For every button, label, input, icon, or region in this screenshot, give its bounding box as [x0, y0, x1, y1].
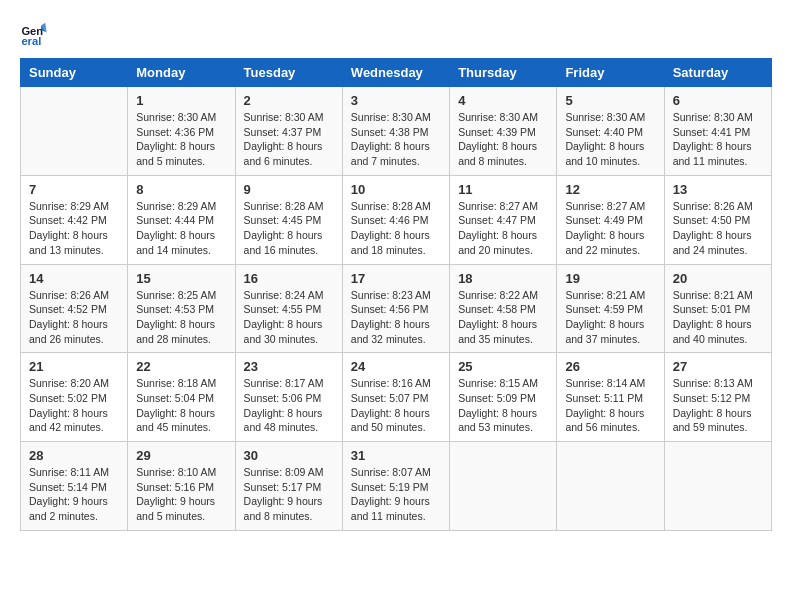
logo-icon: Gen eral [20, 20, 48, 48]
calendar-cell: 9Sunrise: 8:28 AM Sunset: 4:45 PM Daylig… [235, 175, 342, 264]
day-number: 28 [29, 448, 119, 463]
day-number: 11 [458, 182, 548, 197]
calendar-week-2: 7Sunrise: 8:29 AM Sunset: 4:42 PM Daylig… [21, 175, 772, 264]
day-number: 2 [244, 93, 334, 108]
calendar-cell: 22Sunrise: 8:18 AM Sunset: 5:04 PM Dayli… [128, 353, 235, 442]
day-number: 17 [351, 271, 441, 286]
calendar-cell: 20Sunrise: 8:21 AM Sunset: 5:01 PM Dayli… [664, 264, 771, 353]
day-content: Sunrise: 8:18 AM Sunset: 5:04 PM Dayligh… [136, 376, 226, 435]
day-number: 31 [351, 448, 441, 463]
calendar-cell: 11Sunrise: 8:27 AM Sunset: 4:47 PM Dayli… [450, 175, 557, 264]
day-content: Sunrise: 8:28 AM Sunset: 4:45 PM Dayligh… [244, 199, 334, 258]
day-number: 10 [351, 182, 441, 197]
day-content: Sunrise: 8:30 AM Sunset: 4:41 PM Dayligh… [673, 110, 763, 169]
calendar-cell: 15Sunrise: 8:25 AM Sunset: 4:53 PM Dayli… [128, 264, 235, 353]
day-content: Sunrise: 8:14 AM Sunset: 5:11 PM Dayligh… [565, 376, 655, 435]
day-content: Sunrise: 8:23 AM Sunset: 4:56 PM Dayligh… [351, 288, 441, 347]
calendar-cell: 5Sunrise: 8:30 AM Sunset: 4:40 PM Daylig… [557, 87, 664, 176]
calendar-week-4: 21Sunrise: 8:20 AM Sunset: 5:02 PM Dayli… [21, 353, 772, 442]
calendar-cell [557, 442, 664, 531]
header-saturday: Saturday [664, 59, 771, 87]
calendar-cell: 4Sunrise: 8:30 AM Sunset: 4:39 PM Daylig… [450, 87, 557, 176]
day-number: 5 [565, 93, 655, 108]
day-number: 18 [458, 271, 548, 286]
day-content: Sunrise: 8:25 AM Sunset: 4:53 PM Dayligh… [136, 288, 226, 347]
day-content: Sunrise: 8:15 AM Sunset: 5:09 PM Dayligh… [458, 376, 548, 435]
calendar-table: SundayMondayTuesdayWednesdayThursdayFrid… [20, 58, 772, 531]
day-content: Sunrise: 8:29 AM Sunset: 4:42 PM Dayligh… [29, 199, 119, 258]
calendar-cell: 8Sunrise: 8:29 AM Sunset: 4:44 PM Daylig… [128, 175, 235, 264]
calendar-cell: 2Sunrise: 8:30 AM Sunset: 4:37 PM Daylig… [235, 87, 342, 176]
day-content: Sunrise: 8:26 AM Sunset: 4:50 PM Dayligh… [673, 199, 763, 258]
calendar-cell: 19Sunrise: 8:21 AM Sunset: 4:59 PM Dayli… [557, 264, 664, 353]
day-number: 1 [136, 93, 226, 108]
day-content: Sunrise: 8:16 AM Sunset: 5:07 PM Dayligh… [351, 376, 441, 435]
day-content: Sunrise: 8:22 AM Sunset: 4:58 PM Dayligh… [458, 288, 548, 347]
calendar-cell: 26Sunrise: 8:14 AM Sunset: 5:11 PM Dayli… [557, 353, 664, 442]
day-number: 19 [565, 271, 655, 286]
calendar-cell: 10Sunrise: 8:28 AM Sunset: 4:46 PM Dayli… [342, 175, 449, 264]
calendar-cell: 25Sunrise: 8:15 AM Sunset: 5:09 PM Dayli… [450, 353, 557, 442]
calendar-cell: 31Sunrise: 8:07 AM Sunset: 5:19 PM Dayli… [342, 442, 449, 531]
day-number: 21 [29, 359, 119, 374]
day-content: Sunrise: 8:10 AM Sunset: 5:16 PM Dayligh… [136, 465, 226, 524]
day-number: 6 [673, 93, 763, 108]
day-number: 23 [244, 359, 334, 374]
calendar-cell: 21Sunrise: 8:20 AM Sunset: 5:02 PM Dayli… [21, 353, 128, 442]
calendar-cell: 28Sunrise: 8:11 AM Sunset: 5:14 PM Dayli… [21, 442, 128, 531]
day-number: 13 [673, 182, 763, 197]
day-number: 15 [136, 271, 226, 286]
calendar-body: 1Sunrise: 8:30 AM Sunset: 4:36 PM Daylig… [21, 87, 772, 531]
day-number: 20 [673, 271, 763, 286]
day-content: Sunrise: 8:13 AM Sunset: 5:12 PM Dayligh… [673, 376, 763, 435]
day-number: 24 [351, 359, 441, 374]
calendar-cell: 13Sunrise: 8:26 AM Sunset: 4:50 PM Dayli… [664, 175, 771, 264]
calendar-cell: 29Sunrise: 8:10 AM Sunset: 5:16 PM Dayli… [128, 442, 235, 531]
day-content: Sunrise: 8:27 AM Sunset: 4:47 PM Dayligh… [458, 199, 548, 258]
day-content: Sunrise: 8:11 AM Sunset: 5:14 PM Dayligh… [29, 465, 119, 524]
day-number: 25 [458, 359, 548, 374]
calendar-cell [450, 442, 557, 531]
calendar-cell: 18Sunrise: 8:22 AM Sunset: 4:58 PM Dayli… [450, 264, 557, 353]
header-friday: Friday [557, 59, 664, 87]
day-content: Sunrise: 8:30 AM Sunset: 4:36 PM Dayligh… [136, 110, 226, 169]
day-number: 7 [29, 182, 119, 197]
calendar-cell: 12Sunrise: 8:27 AM Sunset: 4:49 PM Dayli… [557, 175, 664, 264]
page-header: Gen eral [20, 20, 772, 48]
header-sunday: Sunday [21, 59, 128, 87]
day-content: Sunrise: 8:21 AM Sunset: 4:59 PM Dayligh… [565, 288, 655, 347]
header-wednesday: Wednesday [342, 59, 449, 87]
day-number: 26 [565, 359, 655, 374]
day-content: Sunrise: 8:26 AM Sunset: 4:52 PM Dayligh… [29, 288, 119, 347]
logo: Gen eral [20, 20, 52, 48]
day-number: 16 [244, 271, 334, 286]
day-content: Sunrise: 8:21 AM Sunset: 5:01 PM Dayligh… [673, 288, 763, 347]
day-content: Sunrise: 8:09 AM Sunset: 5:17 PM Dayligh… [244, 465, 334, 524]
calendar-cell: 3Sunrise: 8:30 AM Sunset: 4:38 PM Daylig… [342, 87, 449, 176]
header-thursday: Thursday [450, 59, 557, 87]
calendar-cell: 14Sunrise: 8:26 AM Sunset: 4:52 PM Dayli… [21, 264, 128, 353]
day-number: 30 [244, 448, 334, 463]
day-number: 22 [136, 359, 226, 374]
calendar-week-5: 28Sunrise: 8:11 AM Sunset: 5:14 PM Dayli… [21, 442, 772, 531]
day-content: Sunrise: 8:17 AM Sunset: 5:06 PM Dayligh… [244, 376, 334, 435]
calendar-cell [21, 87, 128, 176]
header-monday: Monday [128, 59, 235, 87]
day-number: 12 [565, 182, 655, 197]
calendar-week-3: 14Sunrise: 8:26 AM Sunset: 4:52 PM Dayli… [21, 264, 772, 353]
calendar-cell: 6Sunrise: 8:30 AM Sunset: 4:41 PM Daylig… [664, 87, 771, 176]
calendar-cell: 27Sunrise: 8:13 AM Sunset: 5:12 PM Dayli… [664, 353, 771, 442]
calendar-week-1: 1Sunrise: 8:30 AM Sunset: 4:36 PM Daylig… [21, 87, 772, 176]
calendar-cell: 24Sunrise: 8:16 AM Sunset: 5:07 PM Dayli… [342, 353, 449, 442]
day-content: Sunrise: 8:29 AM Sunset: 4:44 PM Dayligh… [136, 199, 226, 258]
calendar-cell: 7Sunrise: 8:29 AM Sunset: 4:42 PM Daylig… [21, 175, 128, 264]
calendar-cell: 23Sunrise: 8:17 AM Sunset: 5:06 PM Dayli… [235, 353, 342, 442]
svg-text:eral: eral [21, 35, 41, 47]
day-content: Sunrise: 8:20 AM Sunset: 5:02 PM Dayligh… [29, 376, 119, 435]
calendar-cell: 17Sunrise: 8:23 AM Sunset: 4:56 PM Dayli… [342, 264, 449, 353]
day-content: Sunrise: 8:28 AM Sunset: 4:46 PM Dayligh… [351, 199, 441, 258]
day-content: Sunrise: 8:27 AM Sunset: 4:49 PM Dayligh… [565, 199, 655, 258]
day-number: 3 [351, 93, 441, 108]
day-number: 8 [136, 182, 226, 197]
day-number: 4 [458, 93, 548, 108]
